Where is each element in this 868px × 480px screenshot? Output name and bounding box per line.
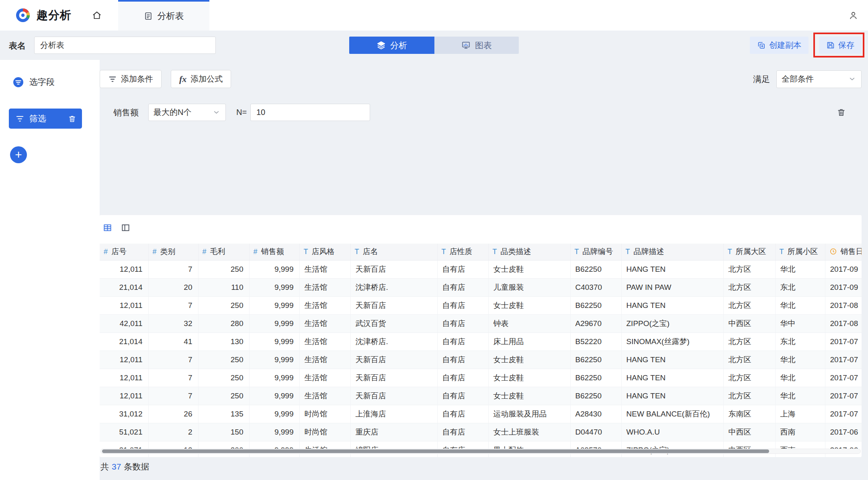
add-step-button[interactable]: +: [10, 146, 27, 163]
table-cell: 2017-07: [825, 332, 862, 351]
table-cell: 2: [148, 423, 198, 441]
column-header[interactable]: T店名: [350, 244, 437, 260]
table-cell: 时尚馆: [299, 405, 350, 423]
column-label: 所属小区: [788, 247, 818, 256]
filter-icon: [108, 75, 117, 84]
table-cell: 7: [148, 296, 198, 314]
copy-icon: [757, 41, 766, 49]
table-cell: 20: [148, 278, 198, 296]
table-cell: 2017-07: [825, 351, 862, 369]
column-header[interactable]: T品牌编号: [570, 244, 621, 260]
column-label: 店性质: [450, 247, 473, 256]
create-copy-label: 创建副本: [769, 40, 801, 51]
number-type-icon: #: [104, 248, 108, 256]
table-cell: 儿童服装: [488, 278, 570, 296]
formula-icon: fx: [179, 74, 186, 84]
table-cell: 天新百店: [350, 387, 437, 405]
condition-row: 销售额 最大的N个 N=: [100, 104, 862, 121]
column-header[interactable]: T所属小区: [775, 244, 825, 260]
table-header-row: #店号#类别#毛利#销售额T店风格T店名T店性质T品类描述T品牌编号T品牌描述T…: [100, 244, 862, 260]
table-cell: 时尚馆: [299, 423, 350, 441]
date-type-icon: [829, 248, 837, 256]
column-header[interactable]: #毛利: [198, 244, 249, 260]
column-header[interactable]: T店风格: [299, 244, 350, 260]
table-cell: B62250: [570, 351, 621, 369]
table-cell: 135: [198, 405, 249, 423]
tab-analysis-table[interactable]: 分析表: [118, 0, 209, 31]
table-cell: 2017-07: [825, 405, 862, 423]
condition-field-label: 销售额: [113, 104, 139, 121]
table-cell: 中西区: [723, 314, 775, 332]
table-cell: 12,011: [100, 369, 148, 387]
workspace: 选字段 筛选 + 添加条件: [0, 60, 868, 480]
user-account-button[interactable]: [848, 10, 858, 21]
add-condition-button[interactable]: 添加条件: [100, 70, 162, 88]
delete-filter-button[interactable]: [68, 115, 76, 123]
delete-condition-button[interactable]: [837, 108, 846, 117]
scrollbar-thumb[interactable]: [102, 449, 769, 453]
table-cell: 北方区: [723, 278, 775, 296]
table-cell: 21,014: [100, 332, 148, 351]
home-icon: [92, 10, 102, 21]
sidebar-item-select-fields[interactable]: 选字段: [13, 72, 55, 92]
data-table: #店号#类别#毛利#销售额T店风格T店名T店性质T品类描述T品牌编号T品牌描述T…: [100, 244, 862, 457]
table-cell: 130: [198, 332, 249, 351]
table-cell: 250: [198, 296, 249, 314]
column-header[interactable]: T所属大区: [723, 244, 775, 260]
table-cell: 女士皮鞋: [488, 387, 570, 405]
document-icon: [144, 12, 153, 21]
column-header[interactable]: #类别: [148, 244, 198, 260]
table-cell: 华北: [775, 296, 825, 314]
row-count-footer: 共37条数据: [100, 461, 149, 472]
table-cell: 280: [198, 314, 249, 332]
mode-analysis-button[interactable]: 分析: [349, 37, 434, 54]
column-header[interactable]: T店性质: [437, 244, 488, 260]
column-header[interactable]: T品牌描述: [621, 244, 723, 260]
column-header[interactable]: 销售日期: [825, 244, 862, 260]
view-toggles: [103, 223, 130, 232]
table-cell: 女士皮鞋: [488, 369, 570, 387]
condition-operator-select[interactable]: 最大的N个: [148, 104, 226, 121]
match-select[interactable]: 全部条件: [776, 70, 862, 88]
save-button[interactable]: 保存: [819, 37, 862, 54]
column-header[interactable]: T品类描述: [488, 244, 570, 260]
home-button[interactable]: [92, 10, 102, 21]
table-cell: 2017-07: [825, 387, 862, 405]
table-cell: 21,014: [100, 278, 148, 296]
sidebar-item-filter[interactable]: 筛选: [9, 109, 82, 129]
result-table-panel: #店号#类别#毛利#销售额T店风格T店名T店性质T品类描述T品牌编号T品牌描述T…: [100, 215, 862, 457]
create-copy-button[interactable]: 创建副本: [750, 37, 809, 54]
mode-chart-label: 图表: [475, 40, 492, 51]
clock-icon: [829, 248, 837, 255]
number-type-icon: #: [254, 248, 258, 256]
n-value-input[interactable]: [250, 104, 370, 121]
table-grid-icon: [103, 223, 112, 232]
split-layout-icon: [121, 223, 130, 232]
column-header[interactable]: #店号: [100, 244, 148, 260]
table-cell: A29670: [570, 314, 621, 332]
table-cell: 女士皮鞋: [488, 260, 570, 278]
table-name-label: 表名: [9, 40, 26, 51]
table-cell: 钟表: [488, 314, 570, 332]
table-cell: 26: [148, 405, 198, 423]
table-cell: 2017-09: [825, 260, 862, 278]
table-cell: 自有店: [437, 296, 488, 314]
text-type-icon: T: [575, 248, 579, 256]
table-cell: 9,999: [249, 314, 299, 332]
select-fields-icon: [13, 77, 24, 88]
column-label: 店名: [363, 247, 378, 256]
mode-chart-button[interactable]: 图表: [434, 37, 519, 54]
table-cell: 250: [198, 260, 249, 278]
table-name-input[interactable]: [34, 37, 216, 54]
save-label: 保存: [838, 40, 854, 51]
table-cell: 北方区: [723, 296, 775, 314]
table-cell: 9,999: [249, 260, 299, 278]
table-cell: 9,999: [249, 278, 299, 296]
column-header[interactable]: #销售额: [249, 244, 299, 260]
text-type-icon: T: [728, 248, 732, 256]
split-view-toggle[interactable]: [121, 223, 130, 232]
table-view-toggle[interactable]: [103, 223, 112, 232]
table-cell: 12,011: [100, 351, 148, 369]
add-formula-button[interactable]: fx 添加公式: [171, 70, 231, 88]
number-type-icon: #: [203, 248, 207, 256]
